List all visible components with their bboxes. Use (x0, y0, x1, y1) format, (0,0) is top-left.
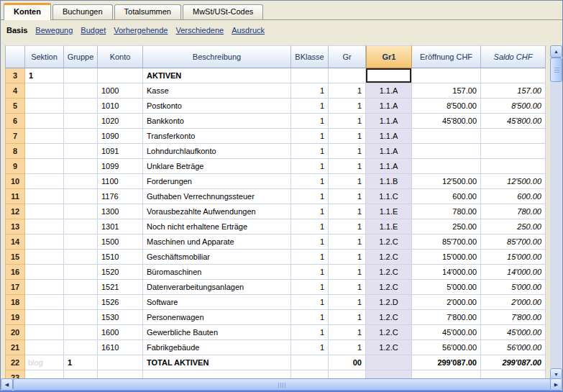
cell-eroeffnung[interactable]: 299'087.00 (412, 355, 481, 370)
cell-gruppe[interactable] (64, 325, 98, 340)
row-header-3[interactable]: 3 (5, 68, 25, 83)
cell-saldo[interactable]: 14'000.00 (481, 265, 546, 280)
cell-gruppe[interactable] (64, 174, 98, 189)
cell-saldo[interactable]: 45'800.00 (481, 114, 546, 129)
cell-sektion[interactable] (25, 83, 64, 99)
vertical-scrollbar-thumb[interactable] (550, 58, 562, 82)
cell-sektion[interactable] (25, 340, 64, 355)
cell-sektion[interactable] (25, 204, 64, 219)
cell-beschreibung[interactable]: Guthaben Verrechnungssteuer (143, 189, 291, 204)
cell-bklasse[interactable]: 1 (291, 204, 329, 219)
cell-beschreibung[interactable]: TOTAL AKTIVEN (143, 355, 291, 370)
cell-saldo[interactable] (481, 144, 546, 159)
cell-sektion[interactable] (25, 99, 64, 114)
cell-bklasse[interactable]: 1 (291, 83, 329, 99)
cell-gruppe[interactable] (64, 99, 98, 114)
cell-gr[interactable]: 1 (329, 340, 366, 355)
cell-beschreibung[interactable]: Geschäftsmobiliar (143, 250, 291, 265)
cell-sektion[interactable] (25, 174, 64, 189)
cell-eroeffnung[interactable]: 250.00 (412, 219, 481, 234)
cell-gr1[interactable]: 1.2.C (366, 234, 412, 250)
cell-eroeffnung[interactable]: 600.00 (412, 189, 481, 204)
cell-saldo[interactable]: 56'000.00 (481, 340, 546, 355)
cell-saldo[interactable]: 7'800.00 (481, 310, 546, 325)
cell-gr1[interactable]: 1.1.A (366, 129, 412, 144)
cell-gr[interactable]: 1 (329, 250, 366, 265)
cell-gruppe[interactable] (64, 204, 98, 219)
cell-sektion[interactable] (25, 325, 64, 340)
cell-bklasse[interactable]: 1 (291, 250, 329, 265)
cell-gr1[interactable] (366, 68, 412, 83)
row-header-11[interactable]: 11 (5, 189, 25, 204)
cell-bklasse[interactable]: 1 (291, 114, 329, 129)
cell-gruppe[interactable] (64, 295, 98, 310)
column-header-beschreibung[interactable]: Beschreibung (143, 45, 291, 68)
cell-beschreibung[interactable]: Büromaschinen (143, 265, 291, 280)
cell-saldo[interactable] (481, 159, 546, 174)
cell-konto[interactable]: 1100 (98, 174, 143, 189)
cell-beschreibung[interactable]: Noch nicht erhaltene Erträge (143, 219, 291, 234)
cell-gr[interactable]: 1 (329, 280, 366, 295)
cell-beschreibung[interactable]: Vorausbezahlte Aufwendungen (143, 204, 291, 219)
cell-gruppe[interactable] (64, 144, 98, 159)
row-header-9[interactable]: 9 (5, 159, 25, 174)
cell-bklasse[interactable]: 1 (291, 174, 329, 189)
scroll-right-button[interactable]: ▶ (550, 378, 562, 391)
cell-bklasse[interactable]: 1 (291, 340, 329, 355)
cell-gr1[interactable]: 1.1.A (366, 159, 412, 174)
view-link-ausdruck[interactable]: Ausdruck (232, 26, 265, 35)
row-header-16[interactable]: 16 (5, 265, 25, 280)
cell-konto[interactable]: 1520 (98, 265, 143, 280)
cell-konto[interactable]: 1000 (98, 83, 143, 99)
cell-konto[interactable] (98, 68, 143, 83)
cell-gr[interactable]: 1 (329, 174, 366, 189)
vertical-scrollbar[interactable]: ▲ ▼ (550, 45, 562, 380)
row-header-8[interactable]: 8 (5, 144, 25, 159)
cell-gruppe[interactable] (64, 83, 98, 99)
cell-bklasse[interactable]: 1 (291, 234, 329, 250)
cell-beschreibung[interactable]: Software (143, 295, 291, 310)
cell-gr[interactable]: 1 (329, 234, 366, 250)
horizontal-scrollbar[interactable]: ◀ ▶ (1, 378, 562, 391)
cell-saldo[interactable]: 299'087.00 (481, 355, 546, 370)
cell-gr[interactable]: 1 (329, 114, 366, 129)
cell-gr[interactable]: 1 (329, 204, 366, 219)
cell-eroeffnung[interactable]: 56'000.00 (412, 340, 481, 355)
cell-gr1[interactable] (366, 355, 412, 370)
cell-konto[interactable]: 1610 (98, 340, 143, 355)
cell-sektion[interactable] (25, 265, 64, 280)
cell-gruppe[interactable] (64, 310, 98, 325)
scroll-left-button[interactable]: ◀ (1, 378, 13, 391)
cell-gr[interactable]: 1 (329, 83, 366, 99)
cell-gr[interactable]: 1 (329, 129, 366, 144)
cell-konto[interactable] (98, 355, 143, 370)
cell-beschreibung[interactable]: Datenverarbeitungsanlagen (143, 280, 291, 295)
cell-gr[interactable]: 1 (329, 295, 366, 310)
cell-sektion[interactable] (25, 189, 64, 204)
cell-saldo[interactable] (481, 129, 546, 144)
cell-bklasse[interactable]: 1 (291, 265, 329, 280)
cell-bklasse[interactable]: 1 (291, 280, 329, 295)
cell-beschreibung[interactable]: Gewerbliche Bauten (143, 325, 291, 340)
tab-konten[interactable]: Konten (4, 3, 51, 20)
cell-saldo[interactable]: 85'700.00 (481, 234, 546, 250)
cell-gr[interactable]: 1 (329, 265, 366, 280)
cell-gr1[interactable]: 1.1.A (366, 144, 412, 159)
cell-gr[interactable]: 1 (329, 325, 366, 340)
cell-sektion[interactable] (25, 219, 64, 234)
cell-sektion[interactable] (25, 234, 64, 250)
cell-beschreibung[interactable]: Kasse (143, 83, 291, 99)
view-link-basis[interactable]: Basis (6, 26, 27, 35)
cell-bklasse[interactable]: 1 (291, 99, 329, 114)
cell-gruppe[interactable] (64, 340, 98, 355)
cell-konto[interactable]: 1020 (98, 114, 143, 129)
view-link-verschiedene[interactable]: Verschiedene (175, 26, 224, 35)
cell-sektion[interactable] (25, 144, 64, 159)
cell-gr1[interactable]: 1.2.C (366, 265, 412, 280)
cell-konto[interactable]: 1600 (98, 325, 143, 340)
cell-konto[interactable]: 1300 (98, 204, 143, 219)
cell-konto[interactable]: 1530 (98, 310, 143, 325)
cell-konto[interactable]: 1176 (98, 189, 143, 204)
cell-saldo[interactable]: 12'500.00 (481, 174, 546, 189)
cell-gruppe[interactable] (64, 68, 98, 83)
